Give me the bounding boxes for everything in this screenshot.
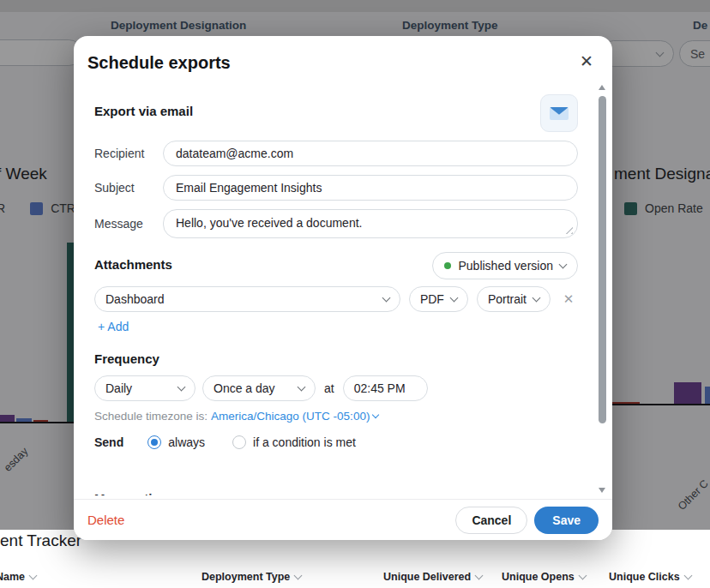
chevron-down-icon (382, 294, 390, 303)
recipient-label: Recipient (94, 147, 163, 160)
column-header-deployment-type[interactable]: Deployment Type (202, 571, 301, 583)
timezone-prefix: Schedule timezone is: (94, 410, 208, 423)
chevron-down-icon (532, 294, 541, 303)
column-header-label: Unique Clicks (609, 571, 680, 583)
column-header-label: Unique Opens (502, 571, 575, 583)
column-header-label: Unique Delivered (383, 571, 471, 583)
radio-if-condition-label[interactable]: if a condition is met (253, 435, 356, 449)
time-input[interactable]: 02:45 PM (343, 375, 428, 401)
sort-chevron-icon (29, 572, 38, 580)
message-textarea-wrap: Hello, you've received a document. (163, 209, 578, 238)
delete-button[interactable]: Delete (87, 513, 124, 527)
time-value: 02:45 PM (354, 381, 406, 395)
sort-chevron-icon (578, 572, 587, 580)
scrollbar-thumb[interactable] (599, 96, 606, 423)
version-selector[interactable]: Published version (432, 252, 578, 279)
frequency-interval-select[interactable]: Daily (94, 375, 196, 401)
frequency-row: Daily Once a day at 02:45 PM (94, 375, 578, 401)
subject-label: Subject (94, 181, 163, 195)
scrollbar-up-arrow-icon[interactable] (599, 85, 605, 90)
dialog-title: Schedule exports (87, 53, 231, 73)
column-header-label: Deployment Type (202, 571, 290, 583)
scrollbar-down-arrow-icon[interactable] (599, 488, 605, 493)
sort-chevron-icon (294, 572, 303, 580)
radio-if-condition[interactable] (232, 435, 246, 449)
radio-always-label[interactable]: always (168, 435, 205, 449)
attachment-row: Dashboard PDF Portrait ✕ (94, 286, 578, 312)
message-textarea[interactable]: Hello, you've received a document. (163, 209, 578, 238)
chevron-down-icon (559, 261, 568, 269)
attachment-orientation-select[interactable]: Portrait (477, 286, 551, 312)
close-icon[interactable]: ✕ (580, 53, 593, 69)
column-header-unique-delivered[interactable]: Unique Delivered (383, 571, 482, 583)
screen: Deployment Designation Deployment Type D… (0, 0, 710, 588)
column-header-label: Name (0, 571, 25, 583)
frequency-heading: Frequency (94, 351, 159, 366)
times-per-day-value: Once a day (214, 381, 275, 395)
subject-input[interactable] (163, 175, 578, 201)
attachment-source-value: Dashboard (105, 292, 165, 306)
sort-chevron-icon (475, 572, 484, 580)
tracker-title: ent Tracker (0, 531, 81, 550)
column-header-name[interactable]: Name (0, 571, 36, 583)
chevron-down-icon (178, 383, 186, 392)
timezone-row: Schedule timezone is: America/Chicago (U… (94, 410, 378, 423)
timezone-link[interactable]: America/Chicago (UTC -05:00) (211, 410, 370, 423)
message-row: Message Hello, you've received a documen… (94, 209, 578, 238)
clipped-section-heading: More options (94, 491, 175, 495)
version-selector-value: Published version (458, 259, 553, 273)
times-per-day-select[interactable]: Once a day (202, 375, 316, 401)
cancel-button[interactable]: Cancel (455, 507, 527, 534)
chevron-down-icon (372, 411, 379, 418)
attachment-source-select[interactable]: Dashboard (94, 286, 400, 312)
chevron-down-icon (298, 383, 306, 392)
attachment-orientation-value: Portrait (488, 292, 526, 306)
radio-always[interactable] (147, 435, 161, 449)
remove-attachment-icon[interactable]: ✕ (559, 290, 578, 309)
export-via-email-heading: Export via email (94, 104, 193, 118)
attachment-format-value: PDF (420, 292, 444, 306)
email-icon (540, 94, 578, 132)
frequency-interval-value: Daily (105, 381, 132, 395)
schedule-exports-dialog: Schedule exports ✕ Export via email Reci… (74, 36, 612, 540)
send-condition-row: Send always if a condition is met (94, 435, 356, 449)
published-dot-icon (444, 262, 451, 269)
send-label: Send (94, 435, 123, 449)
at-label: at (324, 381, 334, 395)
column-header-unique-clicks[interactable]: Unique Clicks (609, 571, 691, 583)
sort-chevron-icon (683, 572, 692, 580)
recipient-row: Recipient (94, 141, 578, 166)
column-header-unique-opens[interactable]: Unique Opens (502, 571, 586, 583)
add-attachment-link[interactable]: + Add (98, 320, 129, 333)
message-label: Message (94, 217, 163, 231)
attachments-heading: Attachments (94, 257, 172, 272)
dialog-footer: Delete Cancel Save (74, 499, 612, 540)
chevron-down-icon (449, 294, 458, 303)
recipient-input[interactable] (163, 141, 578, 166)
attachment-format-select[interactable]: PDF (409, 286, 468, 312)
save-button[interactable]: Save (534, 507, 599, 534)
subject-row: Subject (94, 175, 578, 201)
